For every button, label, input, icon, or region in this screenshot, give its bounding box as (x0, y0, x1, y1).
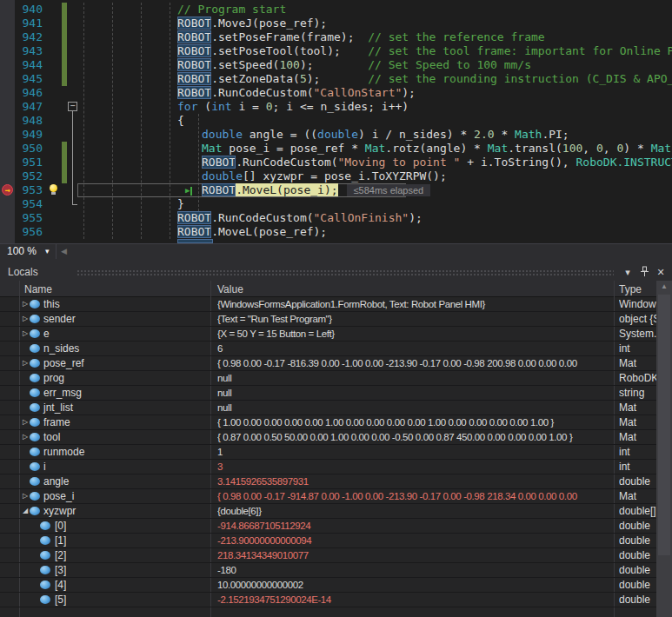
local-value[interactable]: null (217, 371, 612, 385)
code-text[interactable]: ROBOT.setZoneData(5); // set the roundin… (177, 72, 672, 86)
code-line[interactable]: 954} (0, 197, 672, 211)
code-line[interactable]: 952double[] xyzwpr = pose_i.ToXYZRPW(); (0, 169, 672, 183)
code-line[interactable]: 956ROBOT.MoveL(pose_ref); (0, 225, 672, 239)
pin-icon[interactable] (637, 266, 651, 281)
local-value[interactable]: 1 (217, 445, 612, 459)
expand-icon[interactable]: ▷ (21, 415, 30, 429)
local-value[interactable]: {WindowsFormsApplication1.FormRobot, Tex… (217, 297, 612, 311)
fold-collapse-icon[interactable]: − (68, 102, 77, 111)
code-line[interactable]: 944ROBOT.setSpeed(100); // Set Speed to … (0, 58, 672, 72)
code-text[interactable]: double angle = ((double) i / n_sides) * … (202, 128, 569, 142)
code-text[interactable]: ROBOT.MoveL(pose_ref); (177, 225, 327, 239)
expand-icon[interactable]: ▷ (21, 327, 30, 341)
code-text[interactable]: ROBOT.RunCodeCustom("Moving to point " +… (202, 156, 672, 169)
breakpoint-current-statement-icon[interactable]: → (2, 184, 13, 196)
local-value[interactable]: null (217, 386, 612, 400)
expand-icon[interactable]: ▷ (21, 297, 30, 311)
locals-row[interactable]: ▷pose_ref{ 0.98 0.00 -0.17 -816.39 0.00 … (0, 356, 656, 371)
scrollbar-thumb[interactable] (658, 295, 670, 555)
locals-row[interactable]: jnt_listnullMat (0, 401, 656, 415)
zoom-dropdown-caret-icon[interactable]: ▾ (45, 245, 50, 258)
locals-row[interactable]: ▷tool{ 0.87 0.00 0.50 50.00 0.00 1.00 0.… (0, 430, 656, 445)
local-value[interactable]: {X = 50 Y = 15 Button = Left} (217, 327, 612, 341)
locals-row[interactable]: n_sides6int (0, 342, 656, 356)
local-value[interactable]: 3.1415926535897931 (217, 474, 612, 488)
code-line[interactable]: 955ROBOT.RunCodeCustom("CallOnFinish"); (0, 211, 672, 225)
code-line[interactable]: 943ROBOT.setPoseTool(tool); // set the t… (0, 44, 672, 58)
locals-row[interactable]: ▷e{X = 50 Y = 15 Button = Left}System.E (0, 327, 656, 342)
window-position-icon[interactable]: ▾ (621, 266, 635, 279)
local-value[interactable]: -914.86687105112924 (217, 519, 612, 533)
locals-row[interactable]: [5]-2.1521934751290024E-14double (0, 593, 656, 607)
locals-row[interactable]: ▷frame{ 1.00 0.00 0.00 0.00 0.00 1.00 0.… (0, 415, 656, 430)
code-text[interactable]: } (177, 197, 184, 211)
code-line[interactable]: 950Mat pose_i = pose_ref * Mat.rotz(angl… (0, 142, 672, 156)
locals-row[interactable]: i3int (0, 460, 656, 474)
code-line[interactable]: ▶953ROBOT.MoveL(pose_i);≤584ms elapsed (0, 183, 672, 197)
local-value[interactable]: 3 (217, 460, 612, 474)
locals-titlebar[interactable]: Locals ▾ ✕ (0, 264, 672, 281)
run-to-click-icon[interactable]: ▶ (185, 183, 192, 197)
expand-icon[interactable]: ▷ (21, 356, 30, 370)
code-text[interactable]: ROBOT.RunCodeCustom("CallOnStart"); (177, 86, 416, 100)
code-line[interactable]: 949double angle = ((double) i / n_sides)… (0, 128, 672, 142)
locals-row[interactable]: [3]-180double (0, 563, 656, 578)
local-value[interactable]: { 0.98 0.00 -0.17 -914.87 0.00 -1.00 0.0… (217, 489, 612, 503)
code-text[interactable]: ROBOT.RunCodeCustom("CallOnFinish"); (177, 211, 422, 225)
local-value[interactable]: {double[6]} (217, 504, 612, 518)
locals-vertical-scrollbar[interactable]: ▲ (656, 281, 672, 617)
local-value[interactable]: 218.34134349010077 (217, 548, 612, 562)
local-value[interactable]: -180 (217, 563, 612, 577)
locals-row[interactable]: prognullRoboDK. (0, 371, 656, 386)
locals-row[interactable]: angle3.1415926535897931double (0, 474, 656, 489)
locals-row[interactable]: [1]-213.90000000000094double (0, 534, 656, 548)
code-text[interactable]: Mat pose_i = pose_ref * Mat.rotz(angle) … (202, 142, 672, 156)
expand-icon[interactable]: ▷ (21, 430, 30, 444)
local-value[interactable]: 10.00000000000002 (217, 578, 612, 592)
locals-row[interactable]: [0]-914.86687105112924double (0, 519, 656, 534)
code-text[interactable]: ROBOT.setPoseFrame(frame); // set the re… (177, 30, 545, 44)
scroll-up-icon[interactable]: ▲ (656, 282, 672, 290)
drag-grip[interactable] (77, 269, 614, 276)
code-line[interactable]: 940// Program start (0, 3, 672, 17)
code-editor[interactable]: 940// Program start941ROBOT.MoveJ(pose_r… (0, 0, 672, 243)
code-text[interactable]: for (int i = 0; i <= n_sides; i++) (177, 100, 409, 114)
code-text[interactable]: ROBOT.MoveJ(pose_ref); (177, 17, 327, 30)
local-value[interactable]: -2.1521934751290024E-14 (217, 593, 612, 607)
code-text[interactable]: // Program start (177, 3, 286, 17)
locals-row[interactable]: [4]10.00000000000002double (0, 578, 656, 593)
code-line[interactable]: 948{ (0, 114, 672, 128)
collapse-icon[interactable]: ◢ (21, 504, 30, 518)
code-line[interactable]: 951ROBOT.RunCodeCustom("Moving to point … (0, 156, 672, 169)
expand-icon[interactable]: ▷ (21, 312, 30, 326)
zoom-level[interactable]: 100 % (7, 245, 37, 258)
expand-icon[interactable]: ▷ (21, 489, 30, 503)
locals-row[interactable]: ▷this{WindowsFormsApplication1.FormRobot… (0, 297, 656, 312)
code-text[interactable]: ROBOT.MoveL(pose_i);≤584ms elapsed (202, 183, 430, 197)
lightbulb-icon[interactable] (49, 184, 58, 196)
locals-row[interactable]: ▷pose_i{ 0.98 0.00 -0.17 -914.87 0.00 -1… (0, 489, 656, 504)
local-value[interactable]: null (217, 401, 612, 415)
code-text[interactable]: ROBOT.setPoseTool(tool); // set the tool… (177, 44, 672, 58)
code-text[interactable]: ROBOT.setSpeed(100); // Set Speed to 100… (177, 58, 531, 72)
locals-row[interactable]: ◢xyzwpr{double[6]}double[] (0, 504, 656, 519)
code-line[interactable]: 947for (int i = 0; i <= n_sides; i++) (0, 100, 672, 114)
column-header-name[interactable]: Name (24, 282, 52, 296)
locals-row[interactable]: ▷sender{Text = "Run Test Program"}object… (0, 312, 656, 327)
local-value[interactable]: {Text = "Run Test Program"} (217, 312, 612, 326)
close-icon[interactable]: ✕ (654, 266, 668, 279)
locals-row[interactable]: err_msgnullstring (0, 386, 656, 401)
hscroll-left-arrow-icon[interactable]: ◀ (61, 245, 67, 258)
column-header-type[interactable]: Type (619, 282, 642, 296)
code-line[interactable]: 945ROBOT.setZoneData(5); // set the roun… (0, 72, 672, 86)
code-text[interactable]: { (177, 114, 184, 128)
code-text[interactable]: double[] xyzwpr = pose_i.ToXYZRPW(); (202, 169, 447, 183)
local-value[interactable]: -213.90000000000094 (217, 534, 612, 547)
locals-row[interactable]: [2]218.34134349010077double (0, 548, 656, 563)
code-line[interactable]: 942ROBOT.setPoseFrame(frame); // set the… (0, 30, 672, 44)
local-value[interactable]: { 0.98 0.00 -0.17 -816.39 0.00 -1.00 0.0… (217, 356, 612, 370)
local-value[interactable]: { 0.87 0.00 0.50 50.00 0.00 1.00 0.00 0.… (217, 430, 612, 444)
local-value[interactable]: { 1.00 0.00 0.00 0.00 0.00 1.00 0.00 0.0… (217, 415, 612, 429)
column-header-value[interactable]: Value (217, 282, 243, 296)
code-line[interactable]: 941ROBOT.MoveJ(pose_ref); (0, 17, 672, 30)
